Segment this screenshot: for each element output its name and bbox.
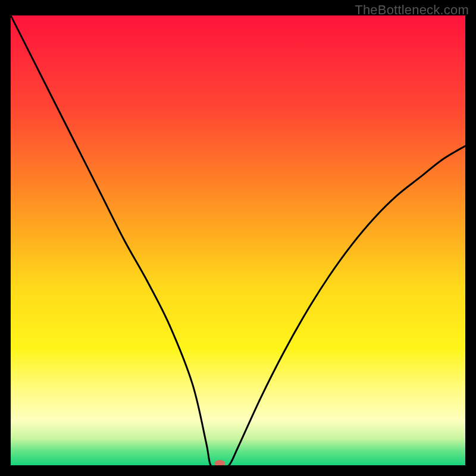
bottleneck-chart <box>11 15 465 465</box>
chart-background <box>11 15 465 465</box>
chart-frame <box>11 15 465 465</box>
watermark-text: TheBottleneck.com <box>355 2 469 18</box>
